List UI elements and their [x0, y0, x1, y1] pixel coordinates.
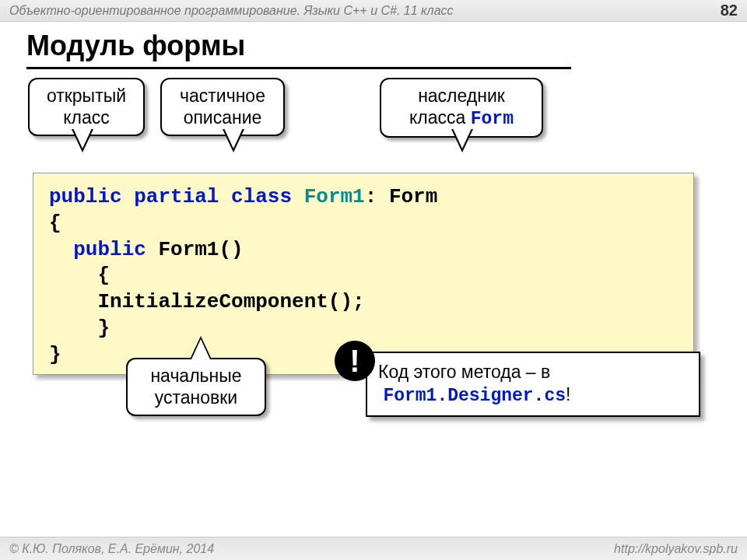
header-band: Объектно-ориентированное программировани… — [0, 0, 747, 22]
code-text: { — [97, 264, 110, 287]
callout-text: наследник — [392, 86, 531, 107]
note-text: Код этого метода – в — [378, 361, 688, 383]
callout-text: частичное — [173, 86, 272, 107]
footer-copyright: © К.Ю. Поляков, Е.А. Ерёмин, 2014 — [9, 542, 214, 556]
code-keyword: public — [73, 238, 146, 261]
title-underline — [26, 67, 571, 69]
code-line: public partial class Form1: Form — [49, 184, 678, 211]
code-line: { — [49, 263, 678, 289]
exclamation-icon: ! — [335, 341, 375, 381]
callout-partial: частичное описание — [160, 78, 285, 136]
callout-text: класс — [40, 107, 132, 129]
callout-text: класса Form — [392, 107, 531, 131]
code-text: : Form — [365, 185, 438, 208]
code-keyword: public — [49, 185, 122, 208]
code-classname: Form1 — [304, 185, 365, 208]
callout-initial-settings: начальные установки — [126, 358, 266, 416]
callout-text: установки — [139, 387, 254, 409]
callout-open-class: открытый класс — [28, 78, 145, 136]
code-line: { — [49, 211, 678, 237]
code-keyword: class — [231, 185, 292, 208]
note-box: Код этого метода – в Form1.Designer.cs! — [366, 352, 700, 417]
callout-text: открытый — [40, 86, 132, 107]
callout-text: описание — [173, 107, 272, 129]
code-line: InitializeComponent(); — [49, 289, 678, 316]
note-filename: Form1.Designer.cs — [383, 386, 566, 406]
page-number: 82 — [721, 2, 738, 19]
slide-title: Модуль формы — [26, 30, 245, 62]
course-title: Объектно-ориентированное программировани… — [9, 4, 454, 18]
callout-text: начальные — [139, 366, 254, 387]
note-excl: ! — [566, 384, 570, 404]
callout-code-word: Form — [471, 109, 514, 129]
footer-band: © К.Ю. Поляков, Е.А. Ерёмин, 2014 http:/… — [0, 537, 747, 560]
callout-text-part: класса — [409, 107, 471, 128]
footer-url: http://kpolyakov.spb.ru — [614, 542, 738, 556]
code-line: public Form1() — [49, 237, 678, 264]
code-text: InitializeComponent(); — [97, 290, 364, 313]
note-file-line: Form1.Designer.cs! — [378, 383, 688, 408]
code-keyword: partial — [134, 185, 219, 208]
code-text: Form1() — [158, 238, 243, 261]
code-line: } — [49, 316, 678, 342]
code-text: } — [97, 317, 110, 340]
